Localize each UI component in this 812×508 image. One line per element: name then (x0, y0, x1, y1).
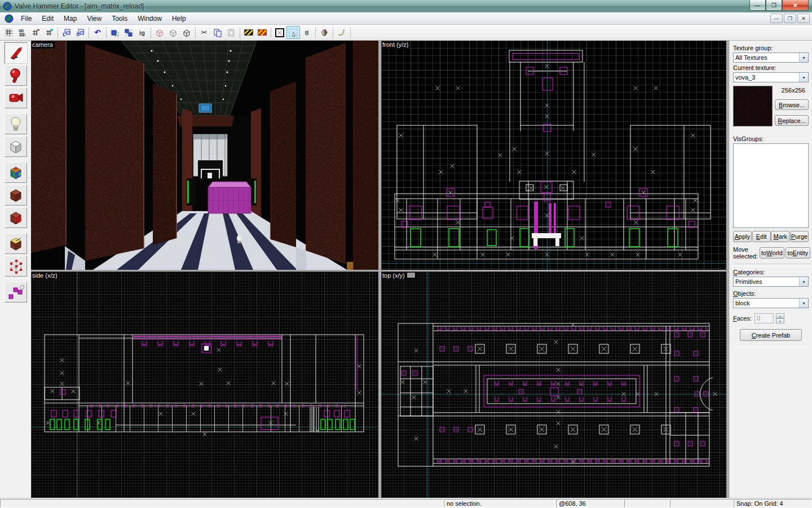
undo-icon[interactable]: ↶ (91, 26, 104, 39)
flip-objects-button[interactable] (317, 26, 331, 39)
select-inside-button[interactable] (286, 26, 300, 39)
chevron-down-icon[interactable]: ▼ (799, 277, 808, 286)
faces-label: Faces: (733, 315, 752, 322)
vertex-cube-icon (7, 258, 24, 275)
chevron-down-icon[interactable]: ▼ (799, 53, 808, 62)
status-coordinates: @608, 36 (556, 499, 624, 507)
show-all-button[interactable] (180, 26, 193, 39)
path-tool-icon (7, 284, 24, 301)
faces-stepper[interactable]: ▲▼ (776, 313, 784, 323)
top-2d-canvas[interactable] (381, 271, 726, 498)
tool-apply-texture[interactable] (5, 185, 27, 205)
tool-block[interactable] (5, 136, 27, 157)
stepper-up-icon[interactable]: ▲ (776, 313, 784, 318)
tool-apply-decals[interactable] (5, 207, 27, 228)
select-touching-button[interactable] (273, 26, 286, 39)
visgroups-label: VisGroups: (733, 135, 810, 142)
magenta-crate (208, 182, 251, 213)
hide-selected-button[interactable] (153, 26, 166, 39)
svg-text:L: L (63, 32, 66, 37)
front-2d-canvas[interactable] (381, 41, 726, 270)
top-viewport[interactable]: top (x/y) (381, 271, 726, 498)
side-viewport[interactable]: side (x/z) (31, 271, 378, 498)
titlebar: Valve Hammer Editor - [aim_matrix_reload… (0, 0, 812, 12)
create-prefab-button[interactable]: Create Prefab (740, 329, 802, 341)
mdi-restore-button[interactable]: ❐ (784, 14, 796, 23)
objects-combo[interactable]: block ▼ (733, 298, 809, 308)
morph-button[interactable] (335, 26, 348, 39)
move-selected-label: Move selected: (733, 246, 758, 260)
categories-label: Categories: (733, 266, 810, 275)
chevron-down-icon[interactable]: ▼ (799, 299, 808, 308)
current-texture-value: vova_3 (734, 73, 799, 82)
side-2d-canvas[interactable] (31, 271, 378, 498)
viewport-grid: camera (31, 41, 729, 498)
close-button[interactable]: ✕ (782, 0, 809, 11)
status-zoom (670, 499, 733, 507)
grid-larger-button[interactable] (42, 26, 56, 39)
mark-button[interactable]: Mark (771, 231, 789, 242)
tool-toggle-textures[interactable] (5, 162, 27, 183)
camera-viewport[interactable]: camera (31, 41, 378, 270)
menu-tools[interactable]: Tools (107, 14, 133, 24)
objects-value: block (734, 299, 799, 308)
minimize-button[interactable]: — (749, 0, 766, 11)
hide-unselected-button[interactable] (166, 26, 180, 39)
apply-button[interactable]: Apply (733, 231, 752, 242)
to-entity-button[interactable]: toEntity (785, 247, 810, 259)
toggle-3d-grid-button[interactable]: 3D (15, 26, 29, 39)
load-window-state-button[interactable]: L (60, 26, 73, 39)
menu-help[interactable]: Help (167, 14, 191, 24)
tool-camera[interactable] (5, 87, 27, 108)
top-viewport-label: top (x/y) (382, 272, 417, 279)
carve-button[interactable] (108, 26, 122, 39)
menu-edit[interactable]: Edit (37, 14, 59, 24)
mdi-minimize-button[interactable]: — (770, 14, 783, 23)
categories-value: Primitives (734, 277, 799, 286)
current-texture-combo[interactable]: vova_3 ▼ (733, 72, 809, 82)
cut-icon[interactable]: ✂ (197, 26, 211, 39)
paste-icon[interactable] (224, 26, 238, 39)
menu-map[interactable]: Map (59, 14, 82, 24)
menu-file[interactable]: File (16, 14, 37, 24)
group-button[interactable] (122, 26, 135, 39)
categories-combo[interactable]: Primitives ▼ (733, 277, 809, 287)
tool-clip[interactable] (5, 233, 27, 254)
purge-button[interactable]: Purge (790, 231, 809, 242)
menu-view[interactable]: View (82, 14, 107, 24)
grid-smaller-button[interactable] (29, 26, 42, 39)
texture-group-combo[interactable]: All Textures ▼ (733, 52, 809, 63)
texture-preview (733, 86, 773, 126)
replace-button[interactable]: Replace... (775, 115, 809, 126)
ignore-groups-button[interactable]: ig (135, 26, 149, 39)
front-viewport[interactable]: front (y/z) (381, 41, 726, 270)
copy-icon[interactable] (211, 26, 224, 39)
texture-lock-button[interactable]: tl (300, 26, 314, 39)
to-world-button[interactable]: toWorld (760, 247, 784, 259)
restore-button[interactable]: ❐ (766, 0, 782, 11)
menubar: File Edit Map View Tools Window Help — ❐… (0, 12, 812, 25)
tool-path[interactable] (5, 282, 27, 303)
camera-icon (7, 90, 24, 107)
tool-vertex[interactable] (5, 256, 27, 277)
menu-window[interactable]: Window (133, 14, 167, 24)
chevron-down-icon[interactable]: ▼ (799, 73, 808, 82)
toggle-grid-button[interactable] (2, 26, 15, 39)
mdi-close-button[interactable]: ✕ (797, 14, 810, 23)
visgroups-listbox[interactable] (733, 143, 809, 228)
camera-3d-canvas[interactable] (31, 41, 378, 270)
browse-button[interactable]: Browse... (775, 99, 809, 110)
stepper-down-icon[interactable]: ▼ (776, 318, 784, 323)
cordon-edit-button[interactable] (255, 26, 269, 39)
tool-entity[interactable] (5, 113, 27, 134)
side-viewport-label: side (x/z) (32, 272, 59, 279)
edit-button[interactable]: Edit (752, 231, 771, 242)
save-window-state-button[interactable]: S (73, 26, 87, 39)
faces-input[interactable]: 0 (754, 313, 774, 323)
tool-selection[interactable] (5, 42, 27, 63)
cordon-button[interactable] (242, 26, 255, 39)
mdi-child-hammer-icon (5, 14, 14, 23)
block-cube-icon (7, 138, 24, 155)
tool-magnify[interactable] (5, 65, 27, 86)
svg-text:S: S (76, 32, 80, 37)
